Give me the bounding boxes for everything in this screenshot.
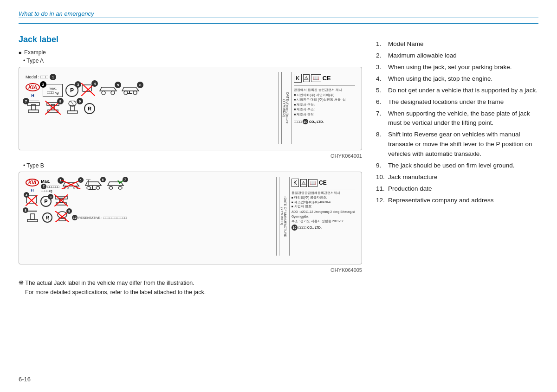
svg-point-26 — [87, 186, 91, 189]
right-panel-a: K ⚠ 📖 CE 공장에서 등록된 승인관련서 제시 ■ 서연이화(주) 서연이… — [292, 72, 357, 144]
car-5-a: 5 — [98, 84, 118, 96]
cert-ce-a: CE — [323, 75, 331, 82]
num-7-b: 7 — [123, 177, 128, 182]
date-col-a: DATE of manufacture(YYMMIDD) — [279, 72, 292, 144]
kia-logo-b: KIA — [26, 179, 39, 186]
type-b-label: Type B — [23, 162, 362, 169]
max-section-b: Max. 1 2 □□□□□□ □□□□kg — [41, 179, 59, 193]
right-panel-b: K ⚠ 📖 CE 품질경영공급업체등록관련서제시 ■ 대리점(주) 공급자번호:… — [290, 177, 357, 256]
num-3-a: 3 — [75, 81, 81, 88]
list-item-12: 12. Representative company and address — [376, 196, 538, 206]
date-strip-a: DATE of manufacture(YYMMIDD) — [281, 72, 289, 144]
mid-row-b: 4 P 3 — [26, 194, 274, 208]
cert-k-a: K — [294, 74, 302, 83]
page-header: What to do in an emergency — [19, 9, 538, 24]
svg-point-6 — [133, 91, 137, 95]
ohyk-b: OHYK064005 — [19, 267, 362, 273]
list-item-4: 4. When using the jack, stop the engine. — [376, 74, 538, 84]
svg-point-27 — [96, 186, 100, 189]
num-5-b: 5 — [78, 177, 84, 183]
max-label-b: Max. — [41, 179, 59, 184]
svg-point-4 — [111, 91, 115, 95]
diagram-content-b: KIA H Max. 1 2 □□□□□□ — [24, 177, 357, 256]
num-10-b: 10 — [291, 225, 298, 231]
type-b-left: KIA H Max. 1 2 □□□□□□ — [24, 177, 277, 256]
num-2-b-row: 2 □□□□□□ — [41, 184, 59, 189]
cert-icons-a: K ⚠ 📖 CE — [294, 74, 355, 83]
cert-book-b: 📖 — [308, 179, 317, 187]
jack-7-a: 7 — [26, 101, 41, 116]
car-icons-row-a: 5 6 — [98, 84, 141, 96]
list-item-11: 11. Production date — [376, 184, 538, 194]
list-item-1: 1. Model Name — [376, 39, 538, 49]
diagram-content-a: Model : □□□ 1 KIA H — [24, 72, 357, 144]
num-10-a: 10 — [303, 119, 308, 124]
jack-9-a: 9 — [65, 101, 80, 116]
svg-rect-11 — [27, 103, 39, 105]
num-8-a: 8 — [57, 98, 64, 104]
cross-4-b: 4 — [26, 195, 38, 208]
bottom-row-b: 8 R 9 — [26, 210, 274, 225]
footer-note: ❋ The actual Jack label in the vehicle m… — [19, 278, 362, 297]
list-item-7: 7. When supporting the vehicle, the base… — [376, 109, 538, 129]
car-7-b: 7 — [106, 180, 125, 192]
jack-cross-b — [54, 194, 68, 208]
svg-point-33 — [118, 186, 122, 189]
hyundai-logo-a: H — [31, 93, 34, 98]
num-2-a: 2 — [40, 81, 46, 88]
car-6-b: 6 — [84, 180, 103, 192]
r-icon-b: R — [42, 212, 52, 223]
jack-b-bottom: 8 — [26, 210, 39, 225]
p-icon-a: P 3 — [65, 84, 78, 97]
info-text-b: 품질경영공급업체등록관련서제시 ■ 대리점(주) 공급자번호: ■ 제조업체(주… — [291, 189, 355, 223]
ohyk-a: OHYK064001 — [19, 153, 362, 159]
list-item-8: 8. Shift into Reverse gear on vehicles w… — [376, 130, 538, 159]
section-title: Jack label — [19, 35, 362, 45]
num-9-b: 9 — [66, 208, 72, 214]
cert-triangle-a: ⚠ — [303, 74, 310, 82]
type-a-diagram: Model : □□□ 1 KIA H — [19, 67, 362, 150]
list-item-10: 10. Jack manufacture — [376, 173, 538, 182]
num-12-b: 12 — [72, 215, 78, 220]
model-row-a: Model : □□□ 1 — [26, 74, 277, 80]
num-10-row-a: □□□□ 10 CO., LTD. — [294, 119, 355, 124]
list-item-6: 6. The designated locations under the fr… — [376, 97, 538, 107]
top-row-b: KIA H Max. 1 2 □□□□□□ — [26, 179, 274, 193]
num-8-b: 8 — [23, 207, 28, 213]
jack-icons-row-a: 7 8 — [26, 101, 277, 116]
type-a-left: Model : □□□ 1 KIA H — [24, 72, 279, 144]
info-text-a: 공장에서 등록된 승인관련서 제시 ■ 서연이화(주) 서연이화(주) ■ 시청… — [294, 85, 355, 117]
num-10-row-b: 10 □□□□ CO., LTD. — [291, 225, 355, 231]
list-item-3: 3. When using the jack, set your parking… — [376, 63, 538, 72]
num-4-a: 4 — [91, 80, 98, 87]
cross-9-b: 9 — [55, 211, 69, 224]
jack-row-b — [54, 194, 68, 208]
cert-ce-b: CE — [319, 180, 327, 186]
cert-book-a: 📖 — [311, 74, 321, 82]
page: What to do in an emergency Jack label Ex… — [0, 0, 557, 392]
num-3-b: 3 — [48, 194, 53, 199]
p-icon-b: P 3 — [40, 196, 52, 207]
weight-section-a: max. □□□ kg 2 — [43, 84, 63, 97]
brand-logos-b: KIA H — [26, 179, 39, 193]
footer-line2: For more detailed specifications, refer … — [25, 288, 362, 297]
r-icon-a: R — [84, 103, 95, 114]
brand-logos-a: KIA H — [26, 83, 40, 98]
num-4-b: 4 — [24, 192, 29, 198]
rep-label-b: 12 RESENTATIVE : □□□□□□□□□□□□ — [72, 215, 127, 220]
car-6-a: 6 — [120, 84, 141, 96]
example-label: Example — [19, 49, 362, 56]
footer-line1: ❋ The actual Jack label in the vehicle m… — [19, 278, 362, 288]
type-a-label: Type A — [23, 58, 362, 64]
icons-row-a: KIA H max. □□□ kg 2 — [26, 83, 277, 98]
num-7-a: 7 — [23, 98, 29, 104]
num-9-a: 9 — [77, 98, 83, 104]
date-col-b: : DATE OF MANUFACTURE(YYMMIDD) — [277, 177, 290, 256]
num-2-b: 2 — [41, 184, 46, 189]
cert-k-b: K — [291, 179, 299, 187]
jack-8-a: 8 — [45, 101, 61, 116]
list-item-9: 9. The jack should be used on firm level… — [376, 161, 538, 171]
num-6-b: 6 — [100, 177, 106, 182]
main-content: Jack label Example Type A Model : □□□ 1 — [19, 35, 538, 297]
page-number: 6-16 — [19, 376, 31, 383]
